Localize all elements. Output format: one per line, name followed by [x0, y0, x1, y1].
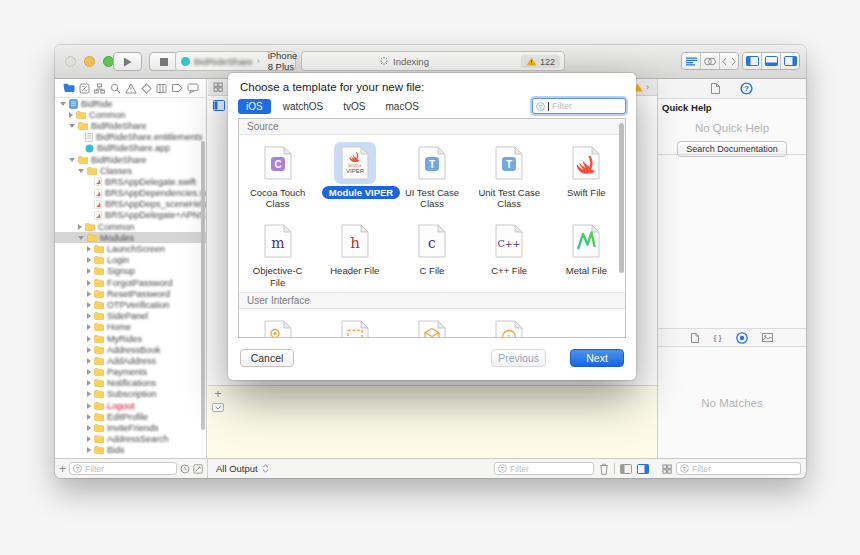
tree-item[interactable]: Bids	[55, 445, 206, 456]
template-ui-test-case-class[interactable]: TUI Test Case Class	[393, 139, 470, 209]
tree-item-label: SidePanel	[107, 311, 148, 321]
navigator-filter-input[interactable]: Filter	[69, 462, 177, 475]
navigator-scrollbar[interactable]	[201, 141, 205, 430]
dialog-scrollbar[interactable]	[619, 123, 624, 273]
console-output-selector[interactable]: All Output	[216, 463, 258, 474]
next-button[interactable]: Next	[570, 349, 624, 367]
tree-item[interactable]: Home	[55, 322, 206, 333]
tree-item[interactable]: MyRides	[55, 333, 206, 344]
assistant-editor-button[interactable]	[701, 53, 720, 69]
warning-badge[interactable]: 122	[521, 55, 560, 68]
tree-item[interactable]: BRSAppDeps_sceneHelper.swift	[55, 199, 206, 210]
template-objective-c-file[interactable]: mObjective-C File	[239, 217, 316, 287]
media-library-icon[interactable]	[762, 333, 773, 342]
tree-item[interactable]: OTPVerification	[55, 299, 206, 310]
tree-item[interactable]: AddressBook	[55, 344, 206, 355]
close-window-button[interactable]	[65, 56, 76, 67]
variables-filter-icon[interactable]	[212, 403, 224, 412]
tree-item[interactable]: AddressSearch	[55, 434, 206, 445]
template-view[interactable]: View	[316, 313, 393, 338]
minimize-window-button[interactable]	[84, 56, 95, 67]
related-items-icon[interactable]	[213, 82, 223, 92]
tree-item[interactable]: Common	[55, 221, 206, 232]
tree-item[interactable]: BRSAppDependencies.swift	[55, 188, 206, 199]
quick-help-tab-icon[interactable]: ?	[740, 82, 753, 95]
tree-item[interactable]: Signup	[55, 266, 206, 277]
tree-item[interactable]: BidRideShare.app	[55, 143, 206, 154]
template-c-file[interactable]: C++C++ File	[471, 217, 548, 287]
tree-item[interactable]: LaunchScreen	[55, 243, 206, 254]
template-header-file[interactable]: hHeader File	[316, 217, 393, 287]
platform-tab-macos[interactable]: macOS	[377, 99, 426, 114]
scheme-selector[interactable]: BidRideShare › iPhone 8 Plus	[175, 51, 296, 71]
tree-item[interactable]: Payments	[55, 367, 206, 378]
tree-item[interactable]: Subscription	[55, 389, 206, 400]
navigator-tab-symbols[interactable]	[93, 81, 106, 95]
template-launch-screen[interactable]: 1Launch Screen	[471, 313, 548, 338]
navigator-tab-tests[interactable]	[140, 81, 153, 95]
navigator-tab-reports[interactable]	[186, 81, 199, 95]
toggle-inspector-button[interactable]	[781, 53, 799, 69]
tree-item[interactable]: ForgotPassword	[55, 277, 206, 288]
tree-item[interactable]: BRSAppDelegate.swift	[55, 176, 206, 187]
platform-tab-watchos[interactable]: watchOS	[275, 99, 332, 114]
object-library-icon[interactable]	[736, 332, 748, 344]
add-variable-button[interactable]: +	[214, 389, 221, 399]
template-filter-input[interactable]: Filter	[532, 98, 626, 114]
tree-item[interactable]: SidePanel	[55, 311, 206, 322]
platform-tab-tvos[interactable]: tvOS	[335, 99, 373, 114]
navigator-tab-debug[interactable]	[155, 81, 168, 95]
tree-item[interactable]: Classes	[55, 165, 206, 176]
tree-item[interactable]: EditProfile	[55, 411, 206, 422]
template-cocoa-touch-class[interactable]: CCocoa Touch Class	[239, 139, 316, 209]
tree-item[interactable]: BidRideShare.entitlements	[55, 132, 206, 143]
version-editor-button[interactable]	[720, 53, 738, 69]
tree-item[interactable]: BidRide	[55, 98, 206, 109]
template-swift-file[interactable]: Swift File	[548, 139, 625, 209]
file-template-library-icon[interactable]	[691, 333, 699, 343]
tree-item[interactable]: BidRideShare	[55, 120, 206, 131]
tree-item[interactable]: Notifications	[55, 378, 206, 389]
variables-view-toggle-icon[interactable]	[620, 464, 632, 474]
stop-button[interactable]	[149, 52, 178, 71]
navigator-tab-breakpoints[interactable]	[171, 81, 184, 95]
file-tab-icon[interactable]	[213, 100, 225, 111]
add-file-button[interactable]: +	[59, 464, 66, 474]
library-filter-input[interactable]: Filter	[676, 462, 801, 475]
template-module-viper[interactable]: MODULEVIPERModule VIPER	[316, 139, 393, 209]
toggle-navigator-button[interactable]	[743, 53, 762, 69]
navigator-tab-source-control[interactable]	[78, 81, 91, 95]
template-c-file[interactable]: cC File	[393, 217, 470, 287]
template-metal-file[interactable]: Metal File	[548, 217, 625, 287]
template-label: C++ File	[491, 265, 527, 276]
run-button[interactable]	[113, 52, 142, 71]
previous-button[interactable]: Previous	[491, 349, 546, 367]
toggle-debug-area-button[interactable]	[762, 53, 781, 69]
clear-console-trash-icon[interactable]	[599, 463, 609, 475]
standard-editor-button[interactable]	[682, 53, 701, 69]
recent-files-clock-icon[interactable]	[180, 464, 190, 474]
cancel-button[interactable]: Cancel	[240, 349, 294, 367]
navigator-tab-find[interactable]	[109, 81, 122, 95]
tree-item[interactable]: BRSAppDelegate+APNS.swift	[55, 210, 206, 221]
tree-item[interactable]: Login	[55, 255, 206, 266]
library-grid-icon[interactable]	[662, 464, 672, 474]
tree-item[interactable]: Logout	[55, 400, 206, 411]
code-snippet-library-icon[interactable]: { }	[713, 333, 721, 342]
tree-item[interactable]: Common	[55, 109, 206, 120]
console-filter-input[interactable]: Filter	[494, 462, 594, 475]
console-view-toggle-icon[interactable]	[637, 464, 649, 474]
tree-item[interactable]: ResetPassword	[55, 288, 206, 299]
navigator-tab-issues[interactable]	[124, 81, 137, 95]
tree-item[interactable]: Modules	[55, 232, 206, 243]
tree-item[interactable]: BidRideShare	[55, 154, 206, 165]
scm-status-filter-icon[interactable]	[193, 464, 203, 474]
tree-item[interactable]: InviteFriends	[55, 422, 206, 433]
template-storyboard[interactable]: Storyboard	[239, 313, 316, 338]
tree-item[interactable]: AddAddress	[55, 355, 206, 366]
template-empty[interactable]: Empty	[393, 313, 470, 338]
template-unit-test-case-class[interactable]: TUnit Test Case Class	[471, 139, 548, 209]
platform-tab-ios[interactable]: iOS	[238, 99, 271, 114]
file-inspector-tab-icon[interactable]	[711, 83, 720, 94]
navigator-tab-project[interactable]	[62, 81, 75, 95]
